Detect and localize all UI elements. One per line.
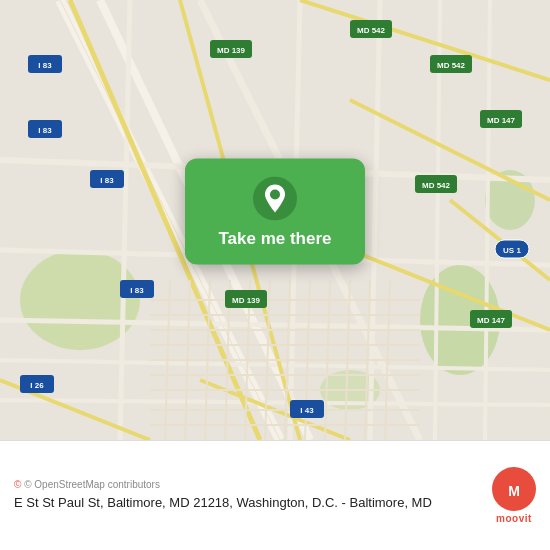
take-me-there-button[interactable]: Take me there (218, 229, 331, 249)
copyright-line: © © OpenStreetMap contributors (14, 479, 482, 490)
svg-text:I 83: I 83 (130, 286, 144, 295)
svg-text:MD 139: MD 139 (232, 296, 261, 305)
location-pin-icon (253, 177, 297, 221)
moovit-text: moovit (496, 513, 532, 524)
svg-text:M: M (508, 483, 520, 499)
moovit-logo: M moovit (492, 467, 536, 524)
svg-point-81 (270, 190, 280, 200)
svg-text:US 1: US 1 (503, 246, 521, 255)
svg-text:MD 542: MD 542 (437, 61, 466, 70)
svg-text:MD 139: MD 139 (217, 46, 246, 55)
svg-text:MD 147: MD 147 (487, 116, 516, 125)
navigation-popup[interactable]: Take me there (185, 159, 365, 265)
svg-text:MD 542: MD 542 (422, 181, 451, 190)
svg-text:I 83: I 83 (100, 176, 114, 185)
svg-text:I 83: I 83 (38, 61, 52, 70)
address-text: E St St Paul St, Baltimore, MD 21218, Wa… (14, 494, 482, 512)
svg-text:I 26: I 26 (30, 381, 44, 390)
copyright-icon: © (14, 479, 21, 490)
svg-text:MD 147: MD 147 (477, 316, 506, 325)
copyright-text: © OpenStreetMap contributors (24, 479, 160, 490)
info-text-block: © © OpenStreetMap contributors E St St P… (14, 479, 482, 512)
info-bar: © © OpenStreetMap contributors E St St P… (0, 440, 550, 550)
svg-text:I 83: I 83 (38, 126, 52, 135)
svg-text:MD 542: MD 542 (357, 26, 386, 35)
moovit-logo-icon: M (492, 467, 536, 511)
svg-text:I 43: I 43 (300, 406, 314, 415)
map-container: I 83 I 83 I 83 I 83 MD 139 MD 139 MD 542… (0, 0, 550, 440)
